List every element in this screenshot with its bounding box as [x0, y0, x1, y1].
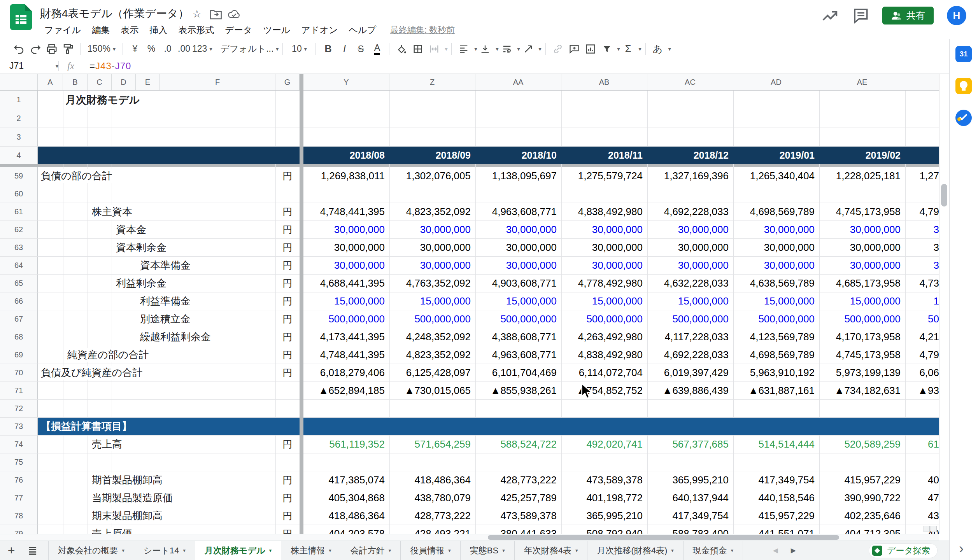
value-cell[interactable]: 417,349,754 [647, 507, 733, 525]
row-number-79[interactable]: 79 [0, 525, 38, 534]
row-label[interactable]: 売上原価 [92, 527, 135, 534]
cell[interactable] [819, 128, 905, 146]
value-cell[interactable]: 4,778,492,980 [561, 275, 647, 292]
value-cell[interactable]: 428,773,222 [389, 507, 475, 525]
label-zone[interactable]: 資本金円 [38, 221, 300, 238]
col-header-AD[interactable]: AD [733, 74, 819, 90]
value-cell[interactable]: 4,838,492,980 [561, 346, 647, 364]
value-cell[interactable]: 4,117,228,033 [647, 328, 733, 346]
sheet-tab-2[interactable]: 月次財務モデル▾ [195, 541, 281, 560]
value-cell[interactable]: 5,973,199,139 [819, 364, 905, 382]
cell[interactable] [647, 109, 733, 128]
document-title[interactable]: 財務4表モデル（作業データ） [40, 6, 189, 21]
value-cell[interactable]: 418,486,364 [389, 471, 475, 489]
sheet-tab-caret-icon[interactable]: ▾ [671, 548, 674, 553]
value-cell[interactable]: 588,524,722 [475, 436, 561, 453]
horizontal-scrollbar[interactable] [0, 534, 939, 541]
share-button[interactable]: 共有 [882, 7, 934, 24]
value-cell[interactable]: 15,000,000 [303, 292, 389, 310]
value-cell-partial[interactable]: 3 [905, 221, 939, 238]
col-header-Z[interactable]: Z [389, 74, 475, 90]
value-cell-partial[interactable]: 4,73 [905, 275, 939, 292]
value-cell-partial[interactable]: 50 [905, 310, 939, 328]
row-label[interactable]: 当期製品製造原価 [92, 491, 175, 505]
explore-button[interactable]: データ探索 [869, 543, 938, 558]
date-header-cell[interactable]: 2019/02 [819, 147, 905, 164]
value-cell[interactable]: 492,020,741 [561, 436, 647, 453]
bold-icon[interactable]: B [320, 41, 336, 57]
value-cell[interactable] [819, 185, 905, 203]
label-zone[interactable] [38, 453, 300, 471]
value-cell-partial[interactable]: ▲93 [905, 382, 939, 399]
value-cell[interactable]: 4,903,608,771 [475, 275, 561, 292]
value-cell[interactable] [819, 400, 905, 417]
paint-format-icon[interactable] [60, 41, 76, 57]
cell[interactable] [819, 109, 905, 128]
merge-cells-icon[interactable] [426, 41, 442, 57]
value-cell[interactable]: 30,000,000 [389, 221, 475, 238]
tabs-scroll-right-icon[interactable]: ▶ [784, 541, 802, 560]
value-cell[interactable]: 4,688,441,395 [303, 275, 389, 292]
sheet-tab-caret-icon[interactable]: ▾ [122, 548, 125, 553]
cell-partial[interactable] [905, 109, 939, 128]
cell[interactable] [647, 128, 733, 146]
value-cell[interactable]: 15,000,000 [561, 292, 647, 310]
cell[interactable] [389, 109, 475, 128]
value-cell[interactable] [561, 400, 647, 417]
label-zone[interactable]: 利益剰余金円 [38, 275, 300, 292]
value-cell[interactable]: ▲754,852,752 [561, 382, 647, 399]
value-cell[interactable]: 401,198,772 [561, 489, 647, 507]
date-header-cell[interactable]: 2018/09 [389, 147, 475, 164]
row-number-69[interactable]: 69 [0, 346, 38, 364]
unit-cell[interactable]: 円 [275, 310, 300, 328]
value-cell[interactable]: 1,138,095,697 [475, 167, 561, 185]
unit-cell[interactable]: 円 [275, 489, 300, 507]
row-number-3[interactable]: 3 [0, 128, 38, 146]
sheet-tab-1[interactable]: シート14▾ [134, 541, 195, 560]
label-zone[interactable]: 純資産の部の合計円 [38, 346, 300, 364]
label-zone[interactable]: 負債の部の合計円 [38, 167, 300, 185]
value-cell[interactable]: 4,692,228,033 [647, 346, 733, 364]
insert-chart-icon[interactable] [582, 41, 599, 57]
horizontal-align-caret-icon[interactable]: ▾ [474, 46, 477, 52]
row-number-60[interactable]: 60 [0, 185, 38, 203]
value-cell[interactable]: 4,698,569,789 [733, 203, 819, 220]
value-cell[interactable]: 30,000,000 [475, 239, 561, 256]
row-label[interactable]: 負債及び純資産の合計 [41, 366, 145, 380]
value-cell[interactable]: 500,000,000 [389, 310, 475, 328]
value-cell[interactable]: 30,000,000 [561, 257, 647, 274]
date-header-partial[interactable] [905, 147, 939, 164]
value-cell[interactable]: 4,685,173,958 [819, 275, 905, 292]
select-all-corner[interactable] [0, 74, 38, 90]
value-cell[interactable]: 6,101,704,469 [475, 364, 561, 382]
value-cell[interactable]: 4,823,352,092 [389, 346, 475, 364]
value-cell[interactable]: 640,137,944 [647, 489, 733, 507]
value-cell[interactable]: 4,763,352,092 [389, 275, 475, 292]
borders-icon[interactable] [410, 41, 426, 57]
sheet-tab-caret-icon[interactable]: ▾ [329, 548, 331, 553]
row-number-66[interactable]: 66 [0, 292, 38, 310]
value-cell[interactable]: 1,302,076,005 [389, 167, 475, 185]
value-cell[interactable]: 561,119,352 [303, 436, 389, 453]
text-wrap-caret-icon[interactable]: ▾ [517, 46, 520, 52]
value-cell[interactable]: 4,388,608,771 [475, 328, 561, 346]
value-cell[interactable] [819, 418, 905, 435]
label-zone[interactable]: 負債及び純資産の合計円 [38, 364, 300, 382]
menu-2[interactable]: 表示 [115, 24, 144, 36]
insert-link-icon[interactable] [550, 41, 566, 57]
value-cell[interactable] [303, 453, 389, 471]
collapse-panel-icon[interactable]: › [959, 541, 964, 557]
zoom-select[interactable]: 150%▾ [84, 44, 119, 54]
text-rotation-caret-icon[interactable]: ▾ [539, 46, 542, 52]
value-cell-partial[interactable] [905, 400, 939, 417]
col-header-E[interactable]: E [136, 74, 160, 90]
value-cell[interactable]: 30,000,000 [819, 221, 905, 238]
value-cell[interactable] [389, 185, 475, 203]
row-number-67[interactable]: 67 [0, 310, 38, 328]
row-number-77[interactable]: 77 [0, 489, 38, 507]
col-header-F[interactable]: F [160, 74, 275, 90]
value-cell[interactable]: 428,773,222 [475, 471, 561, 489]
sheet-tab-6[interactable]: 実態BS▾ [461, 541, 515, 560]
row-label[interactable]: 売上高 [92, 438, 124, 451]
value-cell[interactable] [733, 400, 819, 417]
